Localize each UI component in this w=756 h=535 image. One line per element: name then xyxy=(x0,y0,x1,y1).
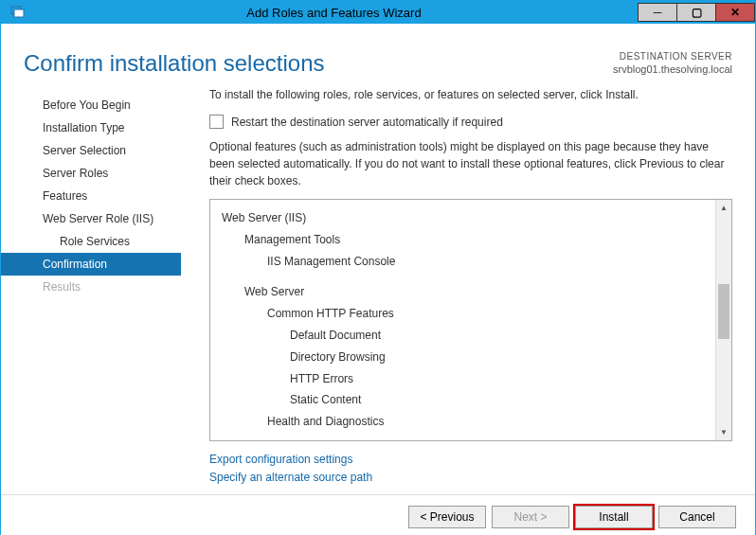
optional-note: Optional features (such as administratio… xyxy=(209,138,732,189)
nav-item-before-you-begin[interactable]: Before You Begin xyxy=(1,94,181,116)
instruction-text: To install the following roles, role ser… xyxy=(209,88,732,101)
export-config-link[interactable]: Export configuration settings xyxy=(209,451,732,469)
previous-button[interactable]: < Previous xyxy=(408,506,486,528)
scroll-up-button[interactable]: ▲ xyxy=(716,200,731,216)
tree-item: Health and Diagnostics xyxy=(222,411,704,433)
feature-listbox: Web Server (IIS)Management ToolsIIS Mana… xyxy=(209,199,732,441)
tree-item: Directory Browsing xyxy=(222,347,704,368)
cancel-button[interactable]: Cancel xyxy=(658,506,736,528)
app-icon xyxy=(7,1,29,24)
destination-label: DESTINATION SERVER xyxy=(613,50,732,62)
scroll-thumb[interactable] xyxy=(718,284,729,339)
wizard-nav: Before You BeginInstallation TypeServer … xyxy=(1,88,181,494)
minimize-button[interactable]: ─ xyxy=(638,3,677,22)
nav-item-installation-type[interactable]: Installation Type xyxy=(1,116,181,139)
svg-rect-1 xyxy=(14,9,24,17)
tree-item: HTTP Errors xyxy=(222,368,704,390)
tree-item: Default Document xyxy=(222,325,704,347)
footer: < Previous Next > Install Cancel xyxy=(1,494,755,535)
restart-label: Restart the destination server automatic… xyxy=(231,116,503,129)
nav-item-server-selection[interactable]: Server Selection xyxy=(1,139,181,162)
scroll-track[interactable] xyxy=(716,216,731,424)
tree-item: Web Server xyxy=(222,281,704,303)
header-row: Confirm installation selections DESTINAT… xyxy=(1,24,755,88)
scrollbar: ▲ ▼ xyxy=(715,200,731,440)
restart-checkbox[interactable] xyxy=(209,115,224,129)
alt-source-link[interactable]: Specify an alternate source path xyxy=(209,469,732,487)
window-controls: ─ ▢ ✕ xyxy=(639,3,755,22)
content-area: Confirm installation selections DESTINAT… xyxy=(1,24,755,535)
restart-row: Restart the destination server automatic… xyxy=(209,115,732,129)
titlebar: Add Roles and Features Wizard ─ ▢ ✕ xyxy=(1,1,755,24)
tree-item: Static Content xyxy=(222,389,704,411)
window-title: Add Roles and Features Wizard xyxy=(29,6,639,20)
nav-item-web-server-role-iis-[interactable]: Web Server Role (IIS) xyxy=(1,207,181,230)
tree-item: IIS Management Console xyxy=(222,251,704,273)
scroll-down-button[interactable]: ▼ xyxy=(716,424,731,440)
close-button[interactable]: ✕ xyxy=(715,3,755,22)
nav-item-role-services[interactable]: Role Services xyxy=(1,230,181,253)
nav-item-features[interactable]: Features xyxy=(1,185,181,207)
install-button[interactable]: Install xyxy=(575,506,653,528)
nav-item-confirmation[interactable]: Confirmation xyxy=(1,253,181,276)
nav-item-results: Results xyxy=(1,276,181,298)
page-title: Confirm installation selections xyxy=(24,50,613,77)
body-row: Before You BeginInstallation TypeServer … xyxy=(1,88,755,494)
destination-server: srvblog01.thesolving.local xyxy=(613,62,732,76)
feature-tree[interactable]: Web Server (IIS)Management ToolsIIS Mana… xyxy=(210,200,715,440)
main-panel: To install the following roles, role ser… xyxy=(181,88,755,494)
tree-item: Management Tools xyxy=(222,229,704,251)
destination-info: DESTINATION SERVER srvblog01.thesolving.… xyxy=(613,50,732,76)
maximize-button[interactable]: ▢ xyxy=(676,3,716,22)
tree-item: Web Server (IIS) xyxy=(222,207,704,229)
next-button: Next > xyxy=(492,506,569,528)
links-area: Export configuration settings Specify an… xyxy=(209,441,732,494)
tree-item: Common HTTP Features xyxy=(222,303,704,325)
nav-item-server-roles[interactable]: Server Roles xyxy=(1,162,181,185)
wizard-window: Add Roles and Features Wizard ─ ▢ ✕ Conf… xyxy=(0,0,756,535)
